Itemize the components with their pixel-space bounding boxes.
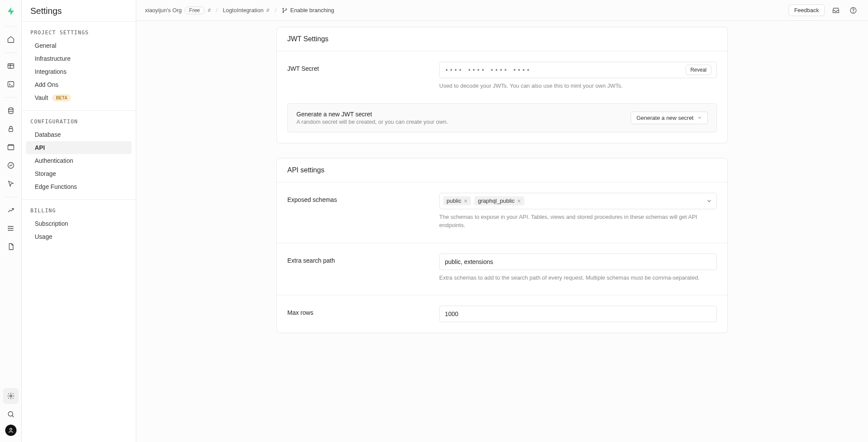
sidebar-item-infrastructure[interactable]: Infrastructure	[26, 52, 132, 65]
sidebar-item-vault[interactable]: Vault BETA	[26, 91, 132, 104]
svg-point-13	[286, 8, 286, 9]
breadcrumb-sep: /	[275, 7, 276, 13]
generate-secret-button[interactable]: Generate a new secret	[631, 112, 708, 124]
max-rows-value: 1000	[445, 310, 458, 317]
auth-icon[interactable]	[3, 121, 19, 137]
help-icon[interactable]	[847, 4, 859, 16]
schema-tag-label: graphql_public	[478, 198, 515, 204]
org-name: xiaoyijun's Org	[145, 7, 182, 13]
home-icon[interactable]	[3, 32, 19, 47]
plan-badge: Free	[184, 7, 205, 14]
svg-point-11	[283, 8, 283, 9]
jwt-secret-field: •••• •••• •••• •••• Reveal	[439, 62, 717, 78]
chevron-down-icon	[697, 115, 702, 120]
generate-jwt-title: Generate a new JWT secret	[296, 111, 448, 118]
enable-branching[interactable]: Enable branching	[282, 7, 334, 13]
sidebar-item-database[interactable]: Database	[26, 128, 132, 141]
user-avatar[interactable]	[5, 425, 16, 436]
sidebar-item-integrations[interactable]: Integrations	[26, 65, 132, 78]
jwt-settings-card: JWT Settings JWT Secret •••• •••• •••• •…	[276, 27, 728, 143]
schema-tag-label: public	[447, 198, 461, 204]
api-settings-card: API settings Exposed schemas public ×	[276, 158, 728, 333]
svg-point-12	[283, 11, 283, 12]
jwt-settings-header: JWT Settings	[277, 27, 727, 51]
max-rows-input[interactable]: 1000	[439, 306, 717, 322]
org-switcher[interactable]: xiaoyijun's Org Free ⇵	[145, 7, 211, 14]
section-project-settings: PROJECT SETTINGS	[22, 22, 136, 39]
exposed-schemas-label: Exposed schemas	[287, 193, 422, 203]
page-title: Settings	[22, 0, 136, 21]
sidebar-item-general[interactable]: General	[26, 39, 132, 52]
extra-search-path-value: public, extensions	[445, 258, 493, 265]
svg-point-2	[8, 108, 13, 110]
sidebar-item-usage[interactable]: Usage	[26, 230, 132, 243]
enable-branching-label: Enable branching	[290, 7, 334, 13]
database-icon[interactable]	[3, 103, 19, 119]
reveal-button[interactable]: Reveal	[686, 65, 711, 75]
storage-icon[interactable]	[3, 139, 19, 155]
search-icon[interactable]	[3, 406, 19, 422]
svg-point-10	[10, 428, 12, 430]
schema-tag: graphql_public ×	[474, 196, 524, 205]
inbox-icon[interactable]	[830, 4, 842, 16]
jwt-secret-mask: •••• •••• •••• ••••	[445, 66, 686, 73]
chevron-updown-icon: ⇵	[207, 8, 211, 13]
feedback-button[interactable]: Feedback	[789, 4, 825, 16]
beta-badge: BETA	[53, 95, 71, 101]
remove-tag-icon[interactable]: ×	[464, 198, 467, 204]
generate-secret-label: Generate a new secret	[636, 115, 694, 121]
sidebar-item-label: Vault	[35, 94, 48, 101]
chevron-down-icon	[706, 198, 712, 204]
reports-icon[interactable]	[3, 202, 19, 218]
extra-search-path-help: Extra schemas to add to the search path …	[439, 274, 717, 282]
main: xiaoyijun's Org Free ⇵ / LogtoIntegratio…	[136, 0, 868, 442]
branch-icon	[282, 7, 288, 13]
schema-tag: public ×	[443, 196, 471, 205]
sidebar-item-api[interactable]: API	[26, 141, 132, 154]
topbar: xiaoyijun's Org Free ⇵ / LogtoIntegratio…	[136, 0, 868, 21]
api-docs-icon[interactable]	[3, 239, 19, 254]
svg-point-5	[8, 226, 8, 227]
extra-search-path-label: Extra search path	[287, 254, 422, 264]
edge-functions-icon[interactable]	[3, 158, 19, 173]
svg-point-9	[8, 412, 13, 416]
jwt-secret-label: JWT Secret	[287, 62, 422, 72]
exposed-schemas-help: The schemas to expose in your API. Table…	[439, 213, 717, 230]
sidebar-item-addons[interactable]: Add Ons	[26, 78, 132, 91]
sidebar-item-subscription[interactable]: Subscription	[26, 217, 132, 230]
realtime-icon[interactable]	[3, 176, 19, 191]
nav-rail	[0, 0, 22, 442]
svg-rect-3	[9, 129, 13, 132]
sql-editor-icon[interactable]	[3, 76, 19, 92]
svg-point-8	[10, 395, 12, 397]
generate-jwt-callout: Generate a new JWT secret A random secre…	[287, 103, 717, 132]
settings-icon[interactable]	[3, 388, 19, 404]
table-editor-icon[interactable]	[3, 58, 19, 74]
content: JWT Settings JWT Secret •••• •••• •••• •…	[136, 21, 868, 442]
sidebar-item-authentication[interactable]: Authentication	[26, 154, 132, 167]
section-configuration: CONFIGURATION	[22, 111, 136, 128]
svg-point-6	[8, 228, 8, 229]
chevron-updown-icon: ⇵	[266, 8, 270, 13]
project-switcher[interactable]: LogtoIntegration ⇵	[223, 7, 270, 13]
sidebar-item-storage[interactable]: Storage	[26, 167, 132, 180]
svg-point-15	[853, 12, 854, 12]
svg-rect-1	[8, 82, 14, 87]
sidebar-item-edgefunctions[interactable]: Edge Functions	[26, 180, 132, 193]
project-name: LogtoIntegration	[223, 7, 263, 13]
remove-tag-icon[interactable]: ×	[517, 198, 521, 204]
svg-point-7	[8, 230, 8, 231]
settings-sidebar: Settings PROJECT SETTINGS General Infras…	[22, 0, 136, 442]
exposed-schemas-select[interactable]: public × graphql_public ×	[439, 193, 717, 209]
breadcrumb-sep: /	[216, 7, 218, 13]
max-rows-label: Max rows	[287, 306, 422, 316]
jwt-secret-help: Used to decode your JWTs. You can also u…	[439, 82, 717, 90]
svg-rect-0	[8, 64, 14, 69]
api-settings-header: API settings	[277, 158, 727, 182]
supabase-logo[interactable]	[6, 6, 16, 16]
logs-icon[interactable]	[3, 221, 19, 236]
generate-jwt-sub: A random secret will be created, or you …	[296, 119, 448, 125]
section-billing: BILLING	[22, 200, 136, 217]
extra-search-path-input[interactable]: public, extensions	[439, 254, 717, 270]
